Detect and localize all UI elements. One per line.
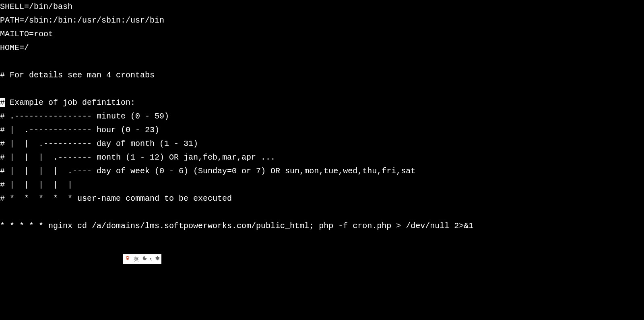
moon-icon[interactable]	[142, 255, 147, 264]
ime-paw-icon	[125, 254, 130, 264]
terminal-output[interactable]: SHELL=/bin/bash PATH=/sbin:/bin:/usr/sbi…	[0, 0, 644, 233]
svg-point-0	[126, 256, 127, 258]
ime-status-bar[interactable]: 英 •,	[123, 254, 161, 264]
svg-point-2	[128, 256, 129, 258]
ime-language-label[interactable]: 英	[133, 255, 140, 264]
punctuation-icon[interactable]: •,	[150, 255, 152, 264]
svg-point-1	[127, 256, 128, 257]
svg-point-3	[126, 258, 129, 260]
gear-icon[interactable]	[155, 255, 160, 264]
cursor: #	[0, 98, 5, 107]
